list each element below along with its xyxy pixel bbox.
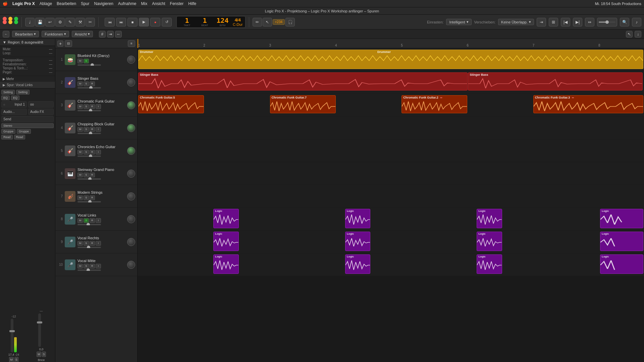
track-10-i[interactable]: I [96,264,101,268]
back-btn[interactable]: ← [3,31,9,38]
headphones-btn[interactable]: 🎧 [285,18,295,26]
settings-btn[interactable]: ⚙ [55,18,65,26]
vocal-rechts-region-4[interactable]: Logic [600,232,643,251]
apple-menu[interactable]: 🍎 [3,1,8,6]
stinger-bass-region-1[interactable]: Stinger Bass [138,72,468,90]
close-button[interactable] [3,17,7,21]
arrow-split-icon[interactable]: ↔ [115,31,122,38]
track-10-volume[interactable] [127,261,135,269]
vocal-mitte-region-3[interactable]: Logic [477,254,502,274]
send-btn[interactable]: Send [1,116,54,122]
align-btn[interactable]: ⇥ [537,18,546,26]
traffic-lights[interactable] [3,17,18,21]
pencil-btn[interactable]: ✏ [253,18,262,26]
track-3-r[interactable]: R [90,104,95,109]
track-3-i[interactable]: I [96,104,101,109]
chromatic-region-1[interactable]: Chromatic Funk Guitar.5 [138,95,204,113]
snap-btn[interactable]: |◀ [561,18,570,26]
menu-fenster[interactable]: Fenster [170,1,184,6]
stop-btn[interactable]: ■ [127,18,138,26]
bar-display[interactable]: 1 TAKT [179,17,195,27]
add-track-btn[interactable]: + [57,41,63,47]
menu-hilfe[interactable]: Hilfe [188,1,196,6]
track-9-fader[interactable] [77,247,101,248]
menu-aufnahme[interactable]: Aufnahme [118,1,137,6]
track-5-m[interactable]: M [77,150,83,155]
gruppe-right-btn[interactable]: Gruppe [17,129,31,134]
menu-navigieren[interactable]: Navigieren [94,1,113,6]
einrasten-dropdown[interactable]: Intelligent ▾ [446,19,471,25]
undo-btn[interactable]: ↩ [45,18,55,26]
track-4-volume[interactable] [127,124,135,132]
track-4-r[interactable]: R [90,127,95,132]
tools-btn[interactable]: ⚒ [75,18,85,26]
track-7-fader[interactable] [77,201,101,202]
snap-icon[interactable]: ⇥ [107,31,114,38]
playhead[interactable] [138,39,138,48]
track-1-fader[interactable] [77,64,101,66]
track-10-m[interactable]: M [77,264,83,268]
pointer-btn[interactable]: ↖ [263,18,272,26]
eq-left-btn[interactable]: EQ [1,96,10,100]
track-8-fader[interactable] [77,224,101,225]
track-2-icon[interactable]: 🎸 [65,77,75,88]
track-5-s[interactable]: S [84,150,89,155]
left-m-btn[interactable]: M [9,357,14,362]
track-8-volume[interactable] [127,215,135,223]
stinger-bass-region-2[interactable]: Stinger Bass [468,72,643,90]
track-5-r[interactable]: R [90,150,95,155]
track-5-i[interactable]: I [96,150,101,155]
track-1-m[interactable]: M [77,59,83,63]
track-7-s[interactable]: S [84,195,89,200]
track-10-s[interactable]: S [84,264,89,268]
track-1-icon[interactable]: 🥁 [65,54,75,65]
track-2-m[interactable]: M [77,81,83,86]
stereo-btn[interactable]: Stereo [1,123,54,128]
track-3-fader[interactable] [77,110,101,111]
mehr-btn[interactable]: ▶ Mehr [0,76,55,82]
metronome-btn[interactable]: ♩ [25,18,35,26]
vocal-links-region-3[interactable]: Logic [477,209,502,228]
track-9-i[interactable]: I [96,241,101,246]
track-6-s[interactable]: S [84,173,89,177]
track-6-fader[interactable] [77,178,101,180]
track-9-icon[interactable]: 🎤 [65,237,75,247]
record-btn[interactable]: ● [150,18,160,26]
track-8-i[interactable]: I [96,218,101,223]
drummer-region[interactable]: Drummer Drummer /* inline waveform drawn… [138,50,643,69]
bearbeiten-btn[interactable]: Bearbeiten ▾ [12,31,39,37]
setting-right-btn[interactable]: Setting [16,90,30,95]
vocal-rechts-region-1[interactable]: Logic [213,232,239,251]
track-7-m[interactable]: M [77,195,83,200]
grid-icon[interactable]: # [99,31,106,38]
track-8-s[interactable]: S [84,218,89,223]
fastforward-btn[interactable]: ⏭ [116,18,126,26]
bpm-display[interactable]: 124 BPM [215,17,230,27]
vocal-rechts-region-3[interactable]: Logic [477,232,502,251]
menu-spur[interactable]: Spur [81,1,89,6]
track-2-volume[interactable] [127,78,135,86]
rewind-btn[interactable]: ⏮ [105,18,115,26]
track-2-r[interactable]: R [90,81,95,86]
ansicht-btn[interactable]: Ansicht ▾ [72,31,93,37]
maximize-button[interactable] [14,17,18,21]
gruppe-left-btn[interactable]: Gruppe [1,129,15,134]
beat-display[interactable]: 1 BEAT [197,17,212,27]
track-7-volume[interactable] [127,192,135,200]
track-4-m[interactable]: M [77,127,83,132]
track-10-icon[interactable]: 🎤 [65,259,75,270]
setting-left-btn[interactable]: Setting [1,90,15,95]
eq-right-btn[interactable]: EQ [11,96,19,100]
menu-mix[interactable]: Mix [141,1,148,6]
track-4-icon[interactable]: 🎸 [65,123,75,133]
library-btn[interactable]: ♪ [632,18,641,26]
right-fader[interactable] [38,313,41,347]
vocal-mitte-region-4[interactable]: Logic [600,254,643,274]
track-9-r[interactable]: R [90,241,95,246]
save-btn[interactable]: 💾 [35,18,45,26]
track-4-s[interactable]: S [84,127,89,132]
audio-fx[interactable]: Audio FX [28,109,54,115]
track-1-s[interactable]: S [84,59,89,63]
menu-ansicht[interactable]: Ansicht [152,1,165,6]
chromatic-region-2[interactable]: Chromatic Funk Guitar.7 [270,95,336,113]
